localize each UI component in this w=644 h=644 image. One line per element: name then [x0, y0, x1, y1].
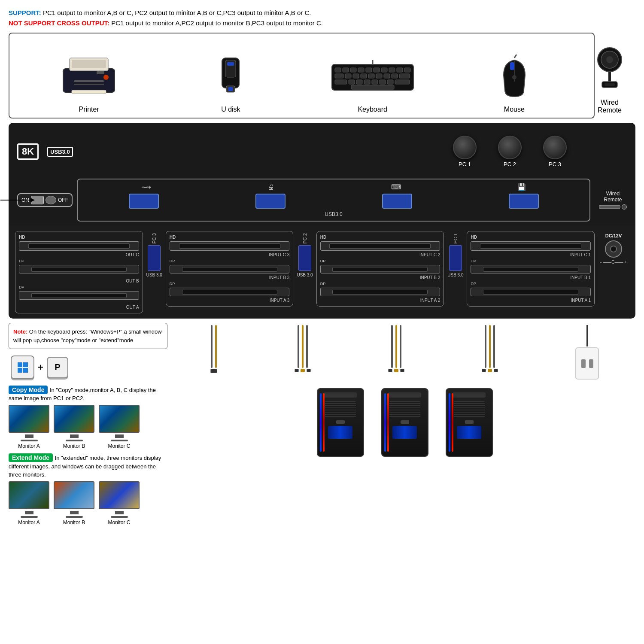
pc1-label: PC 1 [453, 233, 458, 243]
usb-port-4[interactable] [509, 194, 539, 209]
pc1-usb-port[interactable] [449, 245, 462, 271]
svg-rect-28 [368, 74, 374, 78]
tower-vent-2 [389, 401, 420, 418]
dp-label-out1: DP [19, 259, 139, 263]
pc-buttons-group: PC 1 PC 2 PC 3 [453, 136, 567, 167]
support-section: SUPPORT: PC1 output to monitor A,B or C,… [9, 8, 635, 28]
svg-rect-14 [335, 68, 341, 72]
extend-monitor-b: Monitor B [54, 481, 94, 526]
dp-label-c2: DP [320, 259, 440, 263]
input-c1-label: INPUT C 1 [471, 252, 591, 257]
power-adapter-section [575, 325, 599, 380]
extend-mode-label: Extend Mode [9, 453, 53, 462]
e-stand-c [115, 511, 124, 514]
printer-label: Printer [79, 106, 99, 113]
dp-label-b1: DP [471, 282, 591, 286]
pc3-usb-section: PC 3 USB 3.0 [146, 231, 162, 279]
printer-item: Printer [18, 52, 160, 113]
badge-8k: 8K [17, 143, 39, 160]
pc1-usb-section: PC 1 USB 3.0 [447, 231, 463, 279]
svg-rect-17 [358, 68, 364, 72]
copy-monitor-a-label: Monitor A [18, 443, 40, 449]
pc2-button-item: PC 2 [498, 136, 522, 167]
not-support-text: PC1 output to monitor A,PC2 output to mo… [111, 19, 323, 27]
pc2-usb-section: PC 2 USB 3.0 [297, 231, 313, 279]
wired-remote-connector[interactable] [599, 205, 620, 209]
pc1-label: PC 1 [459, 161, 471, 167]
tower-vent-3 [454, 401, 485, 418]
monitor-stand [25, 434, 33, 438]
svg-rect-15 [343, 68, 349, 72]
dp-label-b2: DP [320, 282, 440, 286]
dp-out-c[interactable] [19, 265, 139, 273]
svg-rect-22 [397, 68, 403, 72]
hdmi-input-c1[interactable] [471, 241, 591, 251]
badge-usb: USB3.0 [47, 147, 73, 157]
cables-area [174, 325, 635, 380]
pc2-button[interactable] [498, 136, 522, 159]
hdmi-input-c3[interactable] [170, 241, 290, 251]
svg-rect-19 [374, 68, 380, 72]
svg-rect-39 [387, 80, 393, 84]
dc-port[interactable] [605, 240, 622, 258]
hd-label-pc1: HD [471, 235, 591, 240]
usb-port-1[interactable] [129, 194, 159, 209]
dp-input-c3[interactable] [170, 265, 290, 273]
dp-input-c1[interactable] [471, 265, 591, 273]
hdmi-input-c2[interactable] [320, 241, 440, 251]
left-info-panel: Note: On the keyboard press: "Windows+P"… [9, 323, 167, 636]
prong-left [581, 359, 586, 368]
mouse-icon [497, 52, 532, 103]
printer-sym: 🖨 [267, 183, 274, 191]
svg-rect-12 [228, 87, 233, 91]
keyboard-sym: ⌨ [391, 183, 401, 191]
adapter-cable [586, 325, 588, 346]
device-section: 8K USB3.0 PC 1 PC 2 PC 3 [9, 123, 635, 319]
e-stand-a [25, 511, 33, 514]
dp-input-b1[interactable] [471, 288, 591, 296]
usb-port-3[interactable] [382, 194, 412, 209]
not-support-label: NOT SUPPORT CROSS OUTPUT: [9, 19, 109, 27]
wired-remote-jack[interactable] [622, 204, 627, 210]
svg-rect-7 [97, 71, 104, 74]
svg-rect-16 [350, 68, 356, 72]
pc3-button[interactable] [543, 136, 567, 159]
pc3-usb-label: USB 3.0 [146, 273, 162, 277]
device-top-panel: 8K USB3.0 PC 1 PC 2 PC 3 [9, 123, 635, 179]
support-text: PC1 output to monitor A,B or C, PC2 outp… [43, 9, 311, 16]
wired-remote-label: Wired Remote [598, 99, 622, 114]
dp-out-b[interactable] [19, 291, 139, 300]
dp-label-out2: DP [19, 285, 139, 289]
input-b2-label: INPUT B 2 [320, 275, 440, 280]
pc3-usb-port[interactable] [148, 245, 161, 271]
svg-rect-3 [74, 80, 104, 82]
keys-row: + P [9, 353, 167, 381]
note-content: On the keyboard press: "Windows+P",a sma… [13, 328, 162, 343]
input-a2-label: INPUT A 2 [320, 298, 440, 303]
udisk-icon [213, 52, 248, 103]
monitor-stand-b [70, 434, 79, 438]
hdmi-out-c[interactable] [19, 241, 139, 251]
pc1-button[interactable] [453, 136, 477, 159]
dp-input-b2[interactable] [320, 288, 440, 296]
monitor-stand-c [115, 434, 124, 438]
support-label: SUPPORT: [9, 9, 41, 16]
device-bottom-panel: HD OUT C DP OUT B DP OUT A PC 3 USB 3.0 [9, 226, 635, 319]
adapter-prongs [581, 359, 593, 368]
e-base-c [111, 516, 128, 518]
plus-sign: + [38, 362, 43, 373]
out-c-label: OUT C [19, 252, 139, 257]
dp-label-c3: DP [170, 259, 290, 263]
dp-input-b3[interactable] [170, 288, 290, 296]
cable-group-pc3 [295, 325, 311, 380]
pc-towers-row [174, 388, 635, 457]
svg-rect-4 [74, 84, 104, 85]
pc2-usb-port[interactable] [298, 245, 311, 271]
copy-monitor-a-screen [9, 405, 49, 433]
pc2-label: PC 2 [302, 233, 307, 243]
svg-rect-26 [353, 74, 359, 78]
svg-rect-34 [349, 80, 355, 84]
copy-monitors-row: Monitor A Monitor B Monitor C [9, 405, 167, 449]
dp-input-c2[interactable] [320, 265, 440, 273]
usb-port-2[interactable] [255, 194, 286, 209]
